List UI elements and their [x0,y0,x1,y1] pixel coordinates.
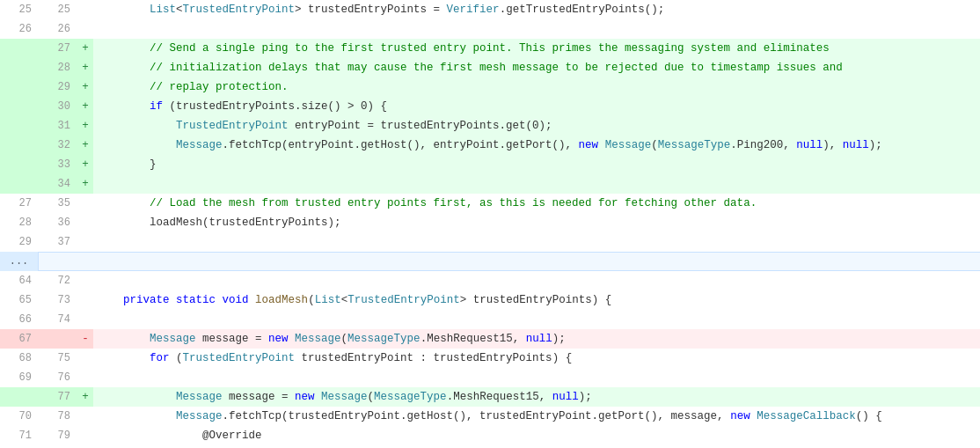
old-line-number [0,58,39,77]
code-content [93,232,980,252]
code-line: 28 + // initialization delays that may c… [0,58,980,77]
diff-marker: + [77,116,93,136]
code-line: 32 + Message.fetchTcp(entryPoint.getHost… [0,136,980,155]
line-numbers: 68 75 [0,349,77,368]
diff-marker: + [77,174,93,194]
line-numbers: 67 [0,329,77,349]
new-line-number: 79 [39,426,77,445]
old-line-number: 71 [0,426,39,445]
ellipsis-marker: ... [0,252,39,271]
code-content [93,19,980,39]
line-numbers: 77 [0,387,77,407]
code-line: 29 + // replay protection. [0,77,980,97]
new-line-number: 32 [39,136,77,155]
new-line-number: 36 [39,213,77,232]
code-content: for (TrustedEntryPoint trustedEntryPoint… [93,349,980,368]
new-line-number: 26 [39,19,77,39]
old-line-number: 25 [0,0,39,19]
code-line: 77 + Message message = new Message(Messa… [0,387,980,407]
line-numbers: 29 [0,77,77,97]
diff-marker [77,290,93,310]
old-line-number: 69 [0,368,39,387]
line-numbers: 64 72 [0,271,77,290]
diff-marker [77,213,93,232]
old-line-number [0,136,39,155]
old-line-number [0,39,39,58]
new-line-number: 30 [39,97,77,116]
code-content: // replay protection. [93,77,980,97]
diff-marker: + [77,136,93,155]
new-line-number: 29 [39,77,77,97]
new-line-number: 27 [39,39,77,58]
diff-marker [77,426,93,445]
code-line: 64 72 [0,271,980,290]
code-line: 68 75 for (TrustedEntryPoint trustedEntr… [0,349,980,368]
line-numbers: 34 [0,174,77,194]
code-line: 26 26 [0,19,980,39]
line-numbers: 69 76 [0,368,77,387]
line-numbers: 65 73 [0,290,77,310]
old-line-number: 70 [0,407,39,426]
code-content: // Load the mesh from trusted entry poin… [93,194,980,213]
new-line-number: 31 [39,116,77,136]
diff-marker: + [77,155,93,174]
diff-marker [77,407,93,426]
new-line-number: 37 [39,232,77,252]
new-line-number: 72 [39,271,77,290]
code-line: 27 + // Send a single ping to the first … [0,39,980,58]
code-content: // initialization delays that may cause … [93,58,980,77]
diff-marker: + [77,387,93,407]
old-line-number [0,155,39,174]
code-line: 67 - Message message = new Message(Messa… [0,329,980,349]
code-content: @Override [93,426,980,445]
old-line-number: 29 [0,232,39,252]
old-line-number: 64 [0,271,39,290]
code-content: // Send a single ping to the first trust… [93,39,980,58]
old-line-number: 66 [0,310,39,329]
code-line: 71 79 @Override [0,426,980,445]
code-line: 69 76 [0,368,980,387]
code-line: 31 + TrustedEntryPoint entryPoint = trus… [0,116,980,136]
diff-marker: - [77,329,93,349]
code-line: 25 25 List<TrustedEntryPoint> trustedEnt… [0,0,980,19]
code-line: 29 37 [0,232,980,252]
line-numbers: 66 74 [0,310,77,329]
code-line: 27 35 // Load the mesh from trusted entr… [0,194,980,213]
code-line: 30 + if (trustedEntryPoints.size() > 0) … [0,97,980,116]
new-line-number: 77 [39,387,77,407]
old-line-number [0,174,39,194]
old-line-number [0,387,39,407]
code-content: TrustedEntryPoint entryPoint = trustedEn… [93,116,980,136]
code-content: private static void loadMesh(List<Truste… [93,290,980,310]
diff-marker [77,19,93,39]
line-numbers: 32 [0,136,77,155]
diff-marker [77,310,93,329]
code-content: Message.fetchTcp(entryPoint.getHost(), e… [93,136,980,155]
code-content: Message message = new Message(MessageTyp… [93,329,980,349]
line-numbers: 26 26 [0,19,77,39]
old-line-number: 28 [0,213,39,232]
line-numbers: 27 35 [0,194,77,213]
code-line: 70 78 Message.fetchTcp(trustedEntryPoint… [0,407,980,426]
diff-marker: + [77,39,93,58]
code-content: Message.fetchTcp(trustedEntryPoint.getHo… [93,407,980,426]
diff-marker [77,368,93,387]
line-numbers: 70 78 [0,407,77,426]
line-numbers: 25 25 [0,0,77,19]
new-line-number: 34 [39,174,77,194]
new-line-number: 76 [39,368,77,387]
old-line-number: 26 [0,19,39,39]
ellipsis-row: ... [0,252,980,271]
line-numbers: 33 [0,155,77,174]
old-line-number [0,97,39,116]
diff-marker [77,271,93,290]
line-numbers: 31 [0,116,77,136]
code-diff-view: 25 25 List<TrustedEntryPoint> trustedEnt… [0,0,980,448]
old-line-number: 68 [0,349,39,368]
diff-marker [77,194,93,213]
line-numbers: 27 [0,39,77,58]
diff-marker: + [77,77,93,97]
diff-marker: + [77,97,93,116]
code-content: Message message = new Message(MessageTyp… [93,387,980,407]
new-line-number: 35 [39,194,77,213]
